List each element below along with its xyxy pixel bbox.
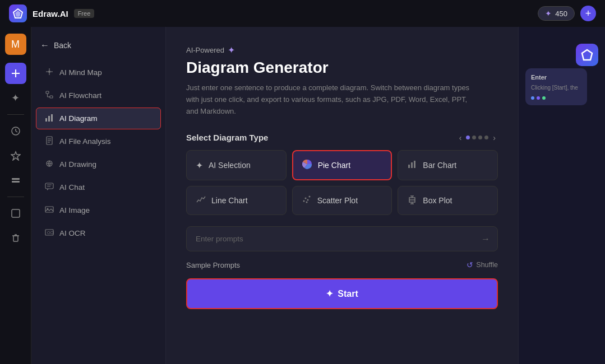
svg-rect-25 bbox=[51, 114, 53, 122]
clock-icon-btn[interactable] bbox=[5, 120, 26, 142]
sparkle-icon: ✦ bbox=[228, 45, 235, 55]
prompt-input[interactable] bbox=[186, 226, 498, 251]
box-icon-btn[interactable] bbox=[5, 203, 26, 224]
scatter-plot-icon bbox=[302, 194, 312, 207]
svg-point-43 bbox=[303, 200, 304, 202]
sidebar-item-ai-mind-map[interactable]: AI Mind Map bbox=[36, 62, 161, 83]
back-button[interactable]: ← Back bbox=[31, 36, 165, 55]
svg-marker-7 bbox=[11, 152, 20, 160]
diagram-card-scatter-plot[interactable]: Scatter Plot bbox=[292, 186, 392, 215]
credits-icon: ✦ bbox=[545, 9, 552, 18]
ai-chat-label: AI Chat bbox=[59, 183, 85, 192]
sidebar-item-ai-diagram[interactable]: AI Diagram bbox=[36, 108, 161, 129]
rp-info-card: Enter Clicking [Start], the bbox=[525, 68, 587, 105]
scatter-plot-label: Scatter Plot bbox=[317, 196, 358, 205]
sidebar-item-ai-flowchart[interactable]: AI Flowchart bbox=[36, 85, 161, 106]
svg-rect-11 bbox=[13, 236, 18, 241]
diagram-card-ai-selection[interactable]: ✦ AI Selection bbox=[186, 150, 287, 180]
start-button[interactable]: ✦ Start bbox=[186, 278, 498, 309]
line-chart-label: Line Chart bbox=[211, 196, 248, 205]
page-description: Just enter one sentence to produce a com… bbox=[186, 82, 478, 117]
ocr-icon: OCR bbox=[45, 228, 54, 239]
add-button[interactable]: + bbox=[580, 6, 596, 21]
ai-image-label: AI Image bbox=[59, 206, 90, 214]
prompt-submit-icon: → bbox=[481, 234, 490, 244]
diagram-card-box-plot[interactable]: Box Plot bbox=[398, 186, 498, 215]
ai-powered-label: AI-Powered ✦ bbox=[186, 45, 498, 55]
carousel-dot-4 bbox=[484, 136, 488, 139]
credits-value: 450 bbox=[555, 10, 567, 18]
sidebar-item-ai-file-analysis[interactable]: AI File Analysis bbox=[36, 130, 161, 152]
ai-diagram-label: AI Diagram bbox=[59, 114, 98, 123]
diagram-type-grid: ✦ AI Selection Pie Chart bbox=[186, 150, 498, 215]
credits-button[interactable]: ✦ 450 bbox=[538, 6, 575, 21]
box-plot-icon bbox=[407, 194, 417, 207]
main-content: AI-Powered ✦ Diagram Generator Just ente… bbox=[166, 27, 518, 364]
svg-rect-41 bbox=[411, 162, 413, 168]
ai-selection-label: AI Selection bbox=[209, 161, 251, 170]
ai-mind-map-label: AI Mind Map bbox=[59, 68, 102, 77]
sidebar-item-ai-image[interactable]: AI Image bbox=[36, 199, 161, 221]
star-icon-btn[interactable] bbox=[5, 145, 26, 166]
sample-prompts-label: Sample Prompts bbox=[186, 261, 240, 269]
svg-text:OCR: OCR bbox=[47, 231, 54, 235]
rp-description: Clicking [Start], the bbox=[531, 84, 581, 92]
trash-icon-btn[interactable] bbox=[5, 227, 26, 249]
line-chart-icon bbox=[196, 194, 206, 207]
bar-chart-icon bbox=[407, 159, 417, 171]
carousel-prev[interactable]: ‹ bbox=[457, 133, 464, 142]
drawing-icon bbox=[45, 159, 54, 170]
shuffle-icon: ↺ bbox=[467, 260, 473, 269]
svg-point-45 bbox=[307, 199, 308, 201]
mind-map-icon bbox=[45, 67, 54, 78]
layers-icon-btn[interactable] bbox=[5, 170, 26, 191]
right-panel-graphic: Enter Clicking [Start], the bbox=[525, 38, 598, 105]
diagram-card-pie-chart[interactable]: Pie Chart bbox=[292, 150, 392, 180]
user-icon-btn[interactable]: M bbox=[5, 34, 26, 55]
svg-rect-8 bbox=[12, 178, 20, 180]
nav-sidebar: ← Back AI Mind Map AI Flowchart AI Diagr… bbox=[31, 27, 166, 364]
svg-rect-9 bbox=[12, 181, 20, 183]
svg-rect-19 bbox=[46, 91, 49, 94]
diagram-card-bar-chart[interactable]: Bar Chart bbox=[398, 150, 498, 180]
sidebar-item-ai-drawing[interactable]: AI Drawing bbox=[36, 153, 161, 175]
topbar-right: ✦ 450 + bbox=[538, 6, 596, 21]
shuffle-label: Shuffle bbox=[476, 261, 498, 269]
diagram-icon bbox=[45, 113, 54, 124]
shuffle-button[interactable]: ↺ Shuffle bbox=[467, 260, 498, 269]
sidebar-item-ai-ocr[interactable]: OCR AI OCR bbox=[36, 222, 161, 244]
start-button-label: Start bbox=[338, 289, 358, 299]
svg-rect-42 bbox=[414, 161, 415, 168]
app-logo bbox=[9, 4, 27, 22]
svg-rect-10 bbox=[12, 209, 20, 217]
ai-file-analysis-label: AI File Analysis bbox=[59, 137, 111, 146]
image-icon bbox=[45, 205, 54, 216]
carousel-dot-2 bbox=[472, 136, 476, 139]
icon-sidebar: M ✦ bbox=[0, 27, 31, 364]
svg-point-44 bbox=[304, 198, 306, 199]
svg-point-14 bbox=[48, 71, 50, 73]
svg-rect-3 bbox=[12, 73, 20, 74]
svg-point-47 bbox=[306, 202, 307, 203]
main-layout: M ✦ ← Back AI Min bbox=[0, 27, 605, 364]
sidebar-item-ai-chat[interactable]: AI Chat bbox=[36, 176, 161, 198]
diagram-type-header: Select Diagram Type ‹ › bbox=[186, 133, 498, 142]
carousel-dot-1 bbox=[466, 136, 470, 139]
sidebar-divider bbox=[7, 114, 24, 115]
svg-rect-40 bbox=[408, 165, 410, 168]
magic-icon-btn[interactable]: ✦ bbox=[5, 87, 26, 109]
page-title: Diagram Generator bbox=[186, 59, 498, 77]
svg-marker-1 bbox=[15, 11, 21, 17]
ai-drawing-label: AI Drawing bbox=[59, 160, 96, 169]
plus-icon-btn[interactable] bbox=[5, 63, 26, 84]
bar-chart-label: Bar Chart bbox=[423, 161, 456, 170]
carousel-next[interactable]: › bbox=[491, 133, 498, 142]
app-title: Edraw.AI bbox=[33, 9, 68, 18]
right-panel: Enter Clicking [Start], the bbox=[518, 27, 605, 364]
rp-dot-2 bbox=[537, 96, 540, 100]
rp-decorative-dots bbox=[531, 96, 581, 100]
pie-chart-icon bbox=[302, 159, 312, 171]
svg-marker-54 bbox=[582, 50, 592, 60]
carousel-dot-3 bbox=[478, 136, 482, 139]
diagram-card-line-chart[interactable]: Line Chart bbox=[186, 186, 287, 215]
